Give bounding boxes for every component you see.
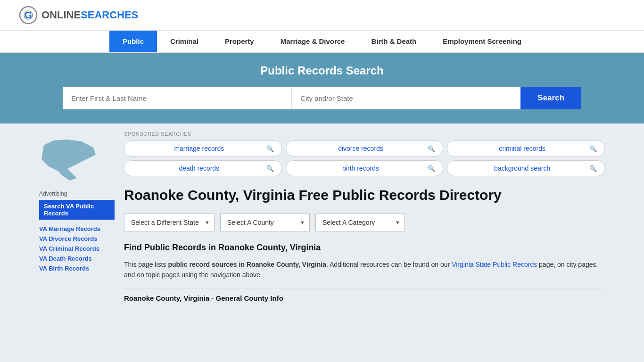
general-info-heading: Roanoke County, Virginia - General Count…	[124, 288, 605, 302]
sponsored-pill-criminal[interactable]: criminal records 🔍	[447, 140, 605, 156]
hero-title: Public Records Search	[19, 64, 625, 77]
county-dropdown[interactable]: Select A County	[220, 214, 310, 231]
nav-property[interactable]: Property	[212, 31, 267, 52]
find-title: Find Public Records in Roanoke County, V…	[124, 243, 605, 253]
search-icon: 🔍	[428, 165, 435, 172]
sidebar-link-item: VA Divorce Records	[39, 234, 115, 243]
dropdown-row: Select a Different State Select A County…	[124, 214, 605, 231]
svg-marker-4	[58, 169, 77, 181]
sponsored-grid: marriage records 🔍 divorce records 🔍 cri…	[124, 140, 605, 176]
va-birth-link[interactable]: VA Birth Records	[39, 265, 89, 272]
sponsored-pill-birth[interactable]: birth records 🔍	[286, 160, 444, 176]
sidebar-link-item: VA Death Records	[39, 254, 115, 263]
name-input[interactable]	[63, 87, 292, 109]
sidebar-link-item: VA Birth Records	[39, 264, 115, 272]
search-icon: 🔍	[266, 145, 274, 152]
ad-button[interactable]: Search VA Public Records	[39, 200, 115, 220]
search-icon: 🔍	[589, 165, 597, 172]
va-criminal-link[interactable]: VA Criminal Records	[39, 245, 99, 252]
nav-marriage-divorce[interactable]: Marriage & Divorce	[267, 31, 358, 52]
content-area: SPONSORED SEARCHES marriage records 🔍 di…	[124, 131, 605, 302]
state-dropdown-wrapper: Select a Different State	[124, 214, 215, 231]
county-dropdown-wrapper: Select A County	[220, 214, 310, 231]
sidebar-links: VA Marriage Records VA Divorce Records V…	[39, 224, 115, 272]
svg-marker-3	[41, 140, 96, 171]
search-icon: 🔍	[589, 145, 597, 152]
sidebar-link-item: VA Marriage Records	[39, 224, 115, 233]
va-death-link[interactable]: VA Death Records	[39, 255, 92, 262]
va-marriage-link[interactable]: VA Marriage Records	[39, 225, 100, 232]
sponsored-label: SPONSORED SEARCHES	[124, 131, 605, 137]
nav-criminal[interactable]: Criminal	[157, 31, 212, 52]
sponsored-pill-background[interactable]: background search 🔍	[447, 160, 605, 176]
sponsored-pill-death[interactable]: death records 🔍	[124, 160, 282, 176]
category-dropdown[interactable]: Select A Category	[315, 214, 405, 231]
header: G ONLINESEARCHES	[0, 0, 644, 31]
advertising-label: Advertising	[39, 190, 115, 197]
search-button[interactable]: Search	[520, 87, 581, 109]
nav-birth-death[interactable]: Birth & Death	[358, 31, 429, 52]
logo-icon: G	[19, 6, 38, 25]
virginia-map	[39, 131, 100, 183]
logo: G ONLINESEARCHES	[19, 6, 138, 25]
state-dropdown[interactable]: Select a Different State	[124, 214, 215, 231]
hero-section: Public Records Search Search	[0, 53, 644, 123]
nav-public[interactable]: Public	[109, 31, 157, 52]
sidebar: Advertising Search VA Public Records VA …	[39, 131, 124, 302]
sponsored-pill-marriage[interactable]: marriage records 🔍	[124, 140, 282, 156]
directory-title: Roanoke County, Virginia Free Public Rec…	[124, 186, 605, 204]
main-wrapper: Advertising Search VA Public Records VA …	[30, 123, 614, 310]
main-nav: Public Criminal Property Marriage & Divo…	[0, 31, 644, 53]
logo-text: ONLINESEARCHES	[41, 9, 138, 21]
search-icon: 🔍	[428, 145, 435, 152]
nav-employment[interactable]: Employment Screening	[429, 31, 535, 52]
va-divorce-link[interactable]: VA Divorce Records	[39, 235, 98, 242]
sponsored-pill-divorce[interactable]: divorce records 🔍	[286, 140, 444, 156]
find-description: This page lists public record sources in…	[124, 259, 605, 280]
sidebar-link-item: VA Criminal Records	[39, 244, 115, 253]
location-input[interactable]	[292, 87, 520, 109]
search-bar: Search	[63, 87, 581, 109]
category-dropdown-wrapper: Select A Category	[315, 214, 405, 231]
search-icon: 🔍	[266, 165, 274, 172]
state-records-link[interactable]: Virginia State Public Records	[452, 261, 537, 268]
